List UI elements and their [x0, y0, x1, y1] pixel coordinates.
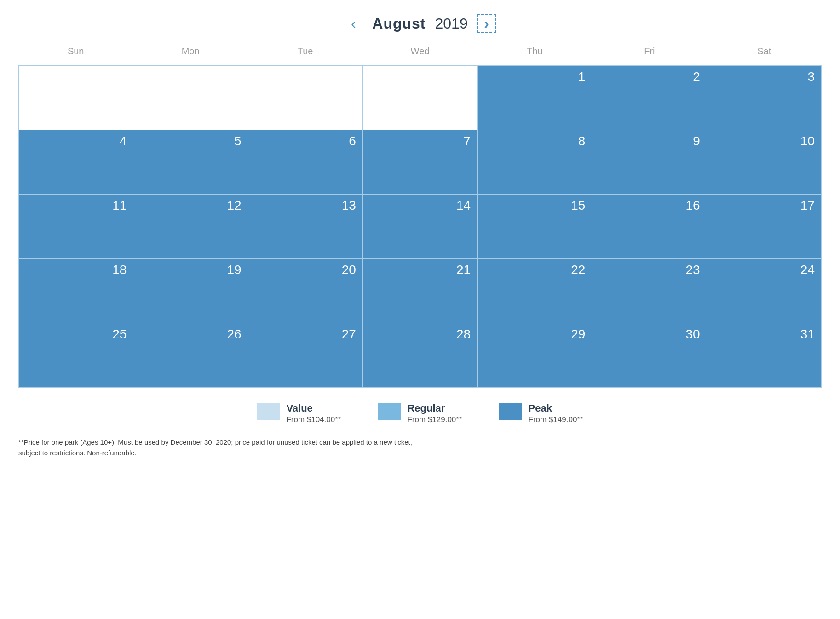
next-month-button[interactable]: [477, 14, 496, 33]
cal-cell-16[interactable]: 16: [592, 195, 707, 259]
day-number-20: 20: [342, 264, 356, 276]
cal-cell-23[interactable]: 23: [592, 259, 707, 323]
cal-cell-13[interactable]: 13: [248, 195, 363, 259]
dow-thu: Thu: [478, 42, 592, 62]
legend-item-value: Value From $104.00**: [257, 402, 341, 424]
day-number-9: 9: [693, 135, 700, 148]
day-number-26: 26: [227, 328, 241, 341]
chevron-left-icon: [351, 16, 356, 31]
cal-cell-22[interactable]: 22: [478, 259, 592, 323]
cal-cell-11[interactable]: 11: [19, 195, 133, 259]
calendar-grid: 1234567891011121314151617181920212223242…: [18, 65, 822, 388]
day-number-25: 25: [112, 328, 127, 341]
cal-cell-24[interactable]: 24: [707, 259, 822, 323]
cal-cell-17[interactable]: 17: [707, 195, 822, 259]
month-title: August: [372, 15, 426, 32]
cal-cell-10[interactable]: 10: [707, 130, 822, 195]
dow-tue: Tue: [248, 42, 362, 62]
chevron-right-icon: [484, 16, 489, 31]
cal-cell-27[interactable]: 27: [248, 323, 363, 388]
day-number-29: 29: [571, 328, 585, 341]
cal-cell-20[interactable]: 20: [248, 259, 363, 323]
day-number-19: 19: [227, 264, 241, 276]
day-number-22: 22: [571, 264, 585, 276]
day-number-2: 2: [693, 70, 700, 83]
peak-label: Peak: [529, 402, 583, 414]
day-number-18: 18: [112, 264, 127, 276]
day-number-11: 11: [112, 199, 127, 212]
cal-cell-1[interactable]: 1: [478, 66, 592, 130]
day-number-14: 14: [456, 199, 471, 212]
cal-cell-21[interactable]: 21: [363, 259, 478, 323]
dow-fri: Fri: [592, 42, 707, 62]
legend-item-peak: Peak From $149.00**: [499, 402, 583, 424]
peak-swatch: [499, 403, 522, 420]
day-number-3: 3: [807, 70, 815, 83]
dow-sat: Sat: [707, 42, 822, 62]
day-number-16: 16: [686, 199, 700, 212]
day-number-31: 31: [800, 328, 815, 341]
cal-cell-31[interactable]: 31: [707, 323, 822, 388]
cal-cell-29[interactable]: 29: [478, 323, 592, 388]
day-number-13: 13: [342, 199, 356, 212]
day-number-8: 8: [578, 135, 586, 148]
cal-cell-empty-0-2: [248, 66, 363, 130]
cal-cell-5[interactable]: 5: [133, 130, 248, 195]
cal-cell-19[interactable]: 19: [133, 259, 248, 323]
day-number-30: 30: [686, 328, 700, 341]
day-number-7: 7: [464, 135, 471, 148]
day-number-12: 12: [227, 199, 241, 212]
day-number-27: 27: [342, 328, 356, 341]
cal-cell-empty-0-0: [19, 66, 133, 130]
day-number-5: 5: [234, 135, 242, 148]
cal-cell-8[interactable]: 8: [478, 130, 592, 195]
cal-cell-empty-0-3: [363, 66, 478, 130]
day-number-1: 1: [578, 70, 586, 83]
value-swatch: [257, 403, 280, 420]
year-title: 2019: [435, 15, 468, 32]
regular-swatch: [378, 403, 401, 420]
cal-cell-30[interactable]: 30: [592, 323, 707, 388]
cal-cell-2[interactable]: 2: [592, 66, 707, 130]
cal-cell-15[interactable]: 15: [478, 195, 592, 259]
cal-cell-3[interactable]: 3: [707, 66, 822, 130]
dow-wed: Wed: [362, 42, 477, 62]
cal-cell-12[interactable]: 12: [133, 195, 248, 259]
prev-month-button[interactable]: [344, 14, 363, 33]
cal-cell-9[interactable]: 9: [592, 130, 707, 195]
dow-sun: Sun: [18, 42, 133, 62]
cal-cell-25[interactable]: 25: [19, 323, 133, 388]
day-number-28: 28: [456, 328, 471, 341]
day-number-23: 23: [686, 264, 700, 276]
legend-item-regular: Regular From $129.00**: [378, 402, 462, 424]
day-number-10: 10: [800, 135, 815, 148]
peak-price: From $149.00**: [529, 415, 583, 424]
cal-cell-7[interactable]: 7: [363, 130, 478, 195]
footnote: **Price for one park (Ages 10+). Must be…: [18, 437, 432, 458]
regular-price: From $129.00**: [407, 415, 462, 424]
cal-cell-18[interactable]: 18: [19, 259, 133, 323]
cal-cell-14[interactable]: 14: [363, 195, 478, 259]
regular-label: Regular: [407, 402, 462, 414]
day-number-15: 15: [571, 199, 585, 212]
days-of-week-row: Sun Mon Tue Wed Thu Fri Sat: [18, 42, 822, 62]
day-number-6: 6: [349, 135, 356, 148]
cal-cell-28[interactable]: 28: [363, 323, 478, 388]
cal-cell-empty-0-1: [133, 66, 248, 130]
day-number-4: 4: [120, 135, 127, 148]
calendar-header: August 2019: [18, 14, 822, 33]
cal-cell-4[interactable]: 4: [19, 130, 133, 195]
cal-cell-26[interactable]: 26: [133, 323, 248, 388]
value-label: Value: [286, 402, 341, 414]
legend: Value From $104.00** Regular From $129.0…: [18, 402, 822, 424]
dow-mon: Mon: [133, 42, 247, 62]
cal-cell-6[interactable]: 6: [248, 130, 363, 195]
value-price: From $104.00**: [286, 415, 341, 424]
day-number-21: 21: [456, 264, 471, 276]
day-number-24: 24: [800, 264, 815, 276]
day-number-17: 17: [800, 199, 815, 212]
